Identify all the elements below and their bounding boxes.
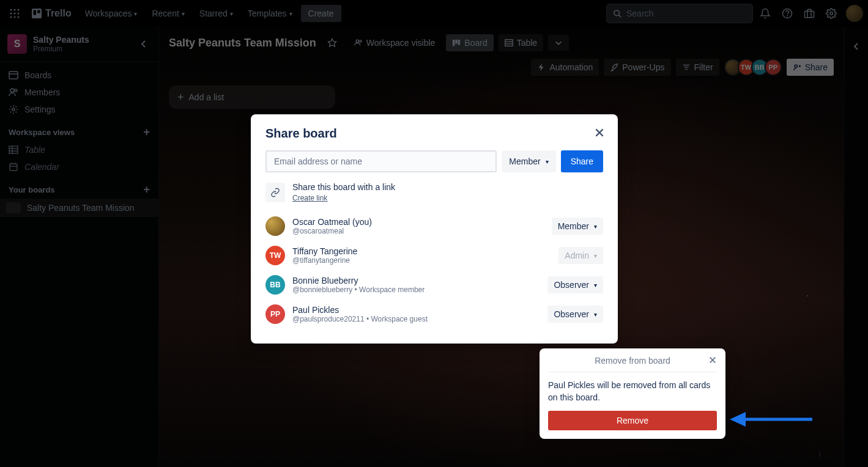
- chevron-down-icon: ▾: [594, 282, 597, 289]
- member-avatar: [265, 216, 285, 236]
- member-avatar: TW: [265, 246, 285, 265]
- share-link-row: Share this board with a link Create link: [265, 182, 603, 203]
- remove-confirm-button[interactable]: Remove: [548, 411, 717, 430]
- member-sub: @bonnieblueberry • Workspace member: [292, 285, 540, 294]
- annotation-arrow: [730, 408, 815, 430]
- member-role-select[interactable]: Observer▾: [547, 306, 603, 323]
- popover-body: Paul Pickles will be removed from all ca…: [548, 380, 717, 403]
- remove-member-popover: Remove from board Paul Pickles will be r…: [540, 348, 725, 439]
- close-icon: [594, 127, 605, 138]
- close-icon: [708, 356, 717, 364]
- chevron-down-icon: ▾: [546, 158, 549, 165]
- member-row: Oscar Oatmeal (you)@oscaroatmealMember▾: [265, 211, 603, 241]
- share-board-modal: Share board Member ▾ Share Share this bo…: [251, 114, 618, 344]
- member-sub: @tiffanytangerine: [292, 256, 551, 265]
- member-name: Oscar Oatmeal (you): [292, 217, 544, 227]
- member-name: Bonnie Blueberry: [292, 276, 540, 285]
- chevron-down-icon: ▾: [594, 311, 597, 318]
- link-icon: [270, 188, 280, 197]
- modal-close-button[interactable]: [591, 124, 608, 141]
- popover-close-button[interactable]: [708, 356, 717, 364]
- share-role-select[interactable]: Member ▾: [502, 150, 555, 172]
- member-row: PPPaul Pickles@paulsproduce20211 • Works…: [265, 300, 603, 329]
- member-avatar: BB: [265, 275, 285, 295]
- chevron-down-icon: ▾: [594, 252, 597, 259]
- create-link-button[interactable]: Create link: [292, 194, 327, 202]
- popover-title: Remove from board: [548, 356, 717, 372]
- member-role-select[interactable]: Observer▾: [547, 276, 603, 293]
- member-sub: @oscaroatmeal: [292, 227, 544, 235]
- member-role-select: Admin▾: [558, 247, 603, 264]
- link-icon-box: [265, 183, 285, 202]
- member-name: Paul Pickles: [292, 305, 540, 315]
- member-role-select[interactable]: Member▾: [552, 218, 603, 235]
- member-row: BBBonnie Blueberry@bonnieblueberry • Wor…: [265, 270, 603, 300]
- member-name: Tiffany Tangerine: [292, 246, 551, 256]
- share-submit-button[interactable]: Share: [561, 150, 603, 172]
- member-avatar: PP: [265, 304, 285, 324]
- member-sub: @paulsproduce20211 • Workspace guest: [292, 315, 540, 323]
- modal-title: Share board: [265, 127, 603, 141]
- member-row: TWTiffany Tangerine@tiffanytangerineAdmi…: [265, 241, 603, 270]
- svg-marker-51: [730, 412, 746, 427]
- share-link-title: Share this board with a link: [292, 182, 395, 192]
- chevron-down-icon: ▾: [594, 223, 597, 230]
- share-email-input[interactable]: [265, 150, 497, 172]
